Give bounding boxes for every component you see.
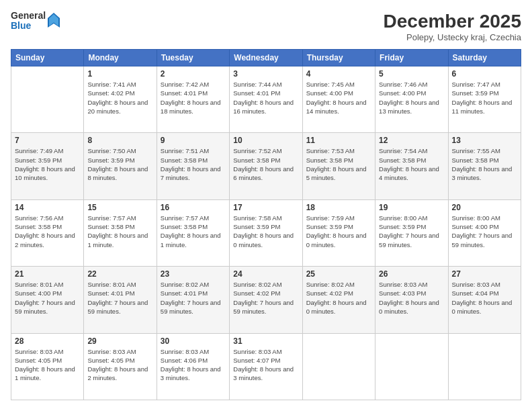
table-row xyxy=(11,66,84,133)
day-number: 7 xyxy=(15,136,80,145)
table-row: 5Sunrise: 7:46 AMSunset: 4:00 PMDaylight… xyxy=(375,66,448,133)
day-number: 10 xyxy=(233,136,298,145)
day-info: Sunrise: 7:51 AMSunset: 3:58 PMDaylight:… xyxy=(161,146,226,182)
day-number: 8 xyxy=(87,136,152,145)
day-number: 30 xyxy=(161,336,226,346)
table-row: 31Sunrise: 8:03 AMSunset: 4:07 PMDayligh… xyxy=(230,333,302,400)
day-info: Sunrise: 7:52 AMSunset: 3:58 PMDaylight:… xyxy=(233,146,298,182)
day-number: 17 xyxy=(233,203,298,212)
table-row: 15Sunrise: 7:57 AMSunset: 3:58 PMDayligh… xyxy=(84,199,157,266)
day-number: 29 xyxy=(87,336,152,346)
table-row xyxy=(375,333,448,400)
table-row xyxy=(302,333,375,400)
table-row: 14Sunrise: 7:56 AMSunset: 3:58 PMDayligh… xyxy=(11,199,84,266)
day-info: Sunrise: 7:58 AMSunset: 3:59 PMDaylight:… xyxy=(233,214,298,249)
day-info: Sunrise: 7:47 AMSunset: 3:59 PMDaylight:… xyxy=(452,80,517,116)
day-number: 28 xyxy=(15,336,80,346)
table-row: 7Sunrise: 7:49 AMSunset: 3:59 PMDaylight… xyxy=(11,133,84,199)
day-number: 16 xyxy=(161,203,226,212)
col-tuesday: Tuesday xyxy=(157,50,229,66)
title-section: December 2025 Polepy, Ustecky kraj, Czec… xyxy=(384,11,521,42)
day-info: Sunrise: 7:53 AMSunset: 3:58 PMDaylight:… xyxy=(306,146,371,182)
calendar-week-row: 1Sunrise: 7:41 AMSunset: 4:02 PMDaylight… xyxy=(11,66,521,133)
table-row: 11Sunrise: 7:53 AMSunset: 3:58 PMDayligh… xyxy=(302,133,375,199)
table-row: 9Sunrise: 7:51 AMSunset: 3:58 PMDaylight… xyxy=(157,133,229,199)
page: General Blue December 2025 Polepy, Ustec… xyxy=(0,0,532,411)
day-info: Sunrise: 7:57 AMSunset: 3:58 PMDaylight:… xyxy=(87,214,152,249)
calendar-header-row: Sunday Monday Tuesday Wednesday Thursday… xyxy=(11,50,521,66)
calendar-week-row: 14Sunrise: 7:56 AMSunset: 3:58 PMDayligh… xyxy=(11,199,521,266)
day-info: Sunrise: 8:03 AMSunset: 4:06 PMDaylight:… xyxy=(161,347,226,383)
day-info: Sunrise: 7:45 AMSunset: 4:00 PMDaylight:… xyxy=(306,80,371,116)
table-row: 2Sunrise: 7:42 AMSunset: 4:01 PMDaylight… xyxy=(157,66,229,133)
day-number: 3 xyxy=(233,69,298,79)
table-row: 3Sunrise: 7:44 AMSunset: 4:01 PMDaylight… xyxy=(230,66,302,133)
table-row: 26Sunrise: 8:03 AMSunset: 4:03 PMDayligh… xyxy=(375,267,448,333)
table-row: 1Sunrise: 7:41 AMSunset: 4:02 PMDaylight… xyxy=(84,66,157,133)
table-row: 13Sunrise: 7:55 AMSunset: 3:58 PMDayligh… xyxy=(448,133,521,199)
day-info: Sunrise: 8:02 AMSunset: 4:02 PMDaylight:… xyxy=(233,280,298,316)
day-info: Sunrise: 7:42 AMSunset: 4:01 PMDaylight:… xyxy=(161,80,226,116)
day-info: Sunrise: 8:03 AMSunset: 4:04 PMDaylight:… xyxy=(452,280,517,316)
table-row: 8Sunrise: 7:50 AMSunset: 3:59 PMDaylight… xyxy=(84,133,157,199)
calendar-week-row: 7Sunrise: 7:49 AMSunset: 3:59 PMDaylight… xyxy=(11,133,521,199)
table-row: 17Sunrise: 7:58 AMSunset: 3:59 PMDayligh… xyxy=(230,199,302,266)
table-row xyxy=(448,333,521,400)
day-info: Sunrise: 8:02 AMSunset: 4:02 PMDaylight:… xyxy=(306,280,371,316)
table-row: 28Sunrise: 8:03 AMSunset: 4:05 PMDayligh… xyxy=(11,333,84,400)
day-info: Sunrise: 7:41 AMSunset: 4:02 PMDaylight:… xyxy=(87,80,152,116)
day-number: 13 xyxy=(452,136,517,145)
day-number: 1 xyxy=(87,69,152,79)
day-info: Sunrise: 7:56 AMSunset: 3:58 PMDaylight:… xyxy=(15,214,80,249)
day-info: Sunrise: 8:00 AMSunset: 3:59 PMDaylight:… xyxy=(379,214,444,249)
day-info: Sunrise: 8:02 AMSunset: 4:01 PMDaylight:… xyxy=(161,280,226,316)
col-saturday: Saturday xyxy=(448,50,521,66)
day-number: 5 xyxy=(379,69,444,79)
day-info: Sunrise: 8:03 AMSunset: 4:05 PMDaylight:… xyxy=(15,347,80,383)
table-row: 29Sunrise: 8:03 AMSunset: 4:05 PMDayligh… xyxy=(84,333,157,400)
day-info: Sunrise: 7:49 AMSunset: 3:59 PMDaylight:… xyxy=(15,146,80,182)
table-row: 24Sunrise: 8:02 AMSunset: 4:02 PMDayligh… xyxy=(230,267,302,333)
day-number: 27 xyxy=(452,269,517,279)
table-row: 10Sunrise: 7:52 AMSunset: 3:58 PMDayligh… xyxy=(230,133,302,199)
table-row: 20Sunrise: 8:00 AMSunset: 4:00 PMDayligh… xyxy=(448,199,521,266)
day-number: 11 xyxy=(306,136,371,145)
day-info: Sunrise: 7:57 AMSunset: 3:58 PMDaylight:… xyxy=(161,214,226,249)
day-number: 2 xyxy=(161,69,226,79)
day-number: 21 xyxy=(15,269,80,279)
day-info: Sunrise: 8:03 AMSunset: 4:05 PMDaylight:… xyxy=(87,347,152,383)
table-row: 21Sunrise: 8:01 AMSunset: 4:00 PMDayligh… xyxy=(11,267,84,333)
col-thursday: Thursday xyxy=(302,50,375,66)
day-info: Sunrise: 8:00 AMSunset: 4:00 PMDaylight:… xyxy=(452,214,517,249)
table-row: 27Sunrise: 8:03 AMSunset: 4:04 PMDayligh… xyxy=(448,267,521,333)
day-info: Sunrise: 8:03 AMSunset: 4:03 PMDaylight:… xyxy=(379,280,444,316)
day-info: Sunrise: 7:54 AMSunset: 3:58 PMDaylight:… xyxy=(379,146,444,182)
day-number: 14 xyxy=(15,203,80,212)
day-number: 6 xyxy=(452,69,517,79)
table-row: 23Sunrise: 8:02 AMSunset: 4:01 PMDayligh… xyxy=(157,267,229,333)
day-number: 20 xyxy=(452,203,517,212)
day-number: 9 xyxy=(161,136,226,145)
calendar-table: Sunday Monday Tuesday Wednesday Thursday… xyxy=(11,49,521,400)
day-number: 15 xyxy=(87,203,152,212)
day-number: 26 xyxy=(379,269,444,279)
day-info: Sunrise: 7:59 AMSunset: 3:59 PMDaylight:… xyxy=(306,214,371,249)
col-friday: Friday xyxy=(375,50,448,66)
location: Polepy, Ustecky kraj, Czechia xyxy=(384,32,521,42)
day-info: Sunrise: 7:55 AMSunset: 3:58 PMDaylight:… xyxy=(452,146,517,182)
header: General Blue December 2025 Polepy, Ustec… xyxy=(11,11,521,42)
day-info: Sunrise: 8:01 AMSunset: 4:01 PMDaylight:… xyxy=(87,280,152,316)
day-number: 24 xyxy=(233,269,298,279)
calendar-week-row: 21Sunrise: 8:01 AMSunset: 4:00 PMDayligh… xyxy=(11,267,521,333)
day-info: Sunrise: 8:03 AMSunset: 4:07 PMDaylight:… xyxy=(233,347,298,383)
day-info: Sunrise: 7:46 AMSunset: 4:00 PMDaylight:… xyxy=(379,80,444,116)
logo-general: General xyxy=(11,11,46,21)
day-number: 22 xyxy=(87,269,152,279)
table-row: 6Sunrise: 7:47 AMSunset: 3:59 PMDaylight… xyxy=(448,66,521,133)
table-row: 25Sunrise: 8:02 AMSunset: 4:02 PMDayligh… xyxy=(302,267,375,333)
table-row: 30Sunrise: 8:03 AMSunset: 4:06 PMDayligh… xyxy=(157,333,229,400)
day-info: Sunrise: 7:44 AMSunset: 4:01 PMDaylight:… xyxy=(233,80,298,116)
day-info: Sunrise: 7:50 AMSunset: 3:59 PMDaylight:… xyxy=(87,146,152,182)
logo: General Blue xyxy=(11,11,60,32)
day-number: 4 xyxy=(306,69,371,79)
